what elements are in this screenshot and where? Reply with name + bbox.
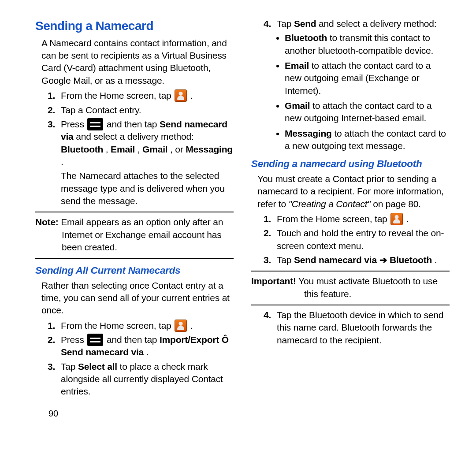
text: and select a delivery method:	[76, 131, 193, 141]
text: .	[146, 347, 149, 357]
step-text: Tap Select all to place a check mark alo…	[61, 361, 234, 398]
step-num: 2.	[264, 227, 271, 239]
text: , or	[170, 144, 186, 154]
step-text: Press and then tap Import/Export Ô Send …	[61, 334, 234, 359]
menu-icon	[87, 118, 103, 130]
menu-icon	[87, 334, 103, 346]
step-4: 4. Tap the Bluetooth device in which to …	[264, 309, 450, 346]
text: on page 80.	[373, 199, 421, 209]
important-text: You must activate Bluetooth to use this …	[296, 276, 438, 298]
step-text: Tap Send and select a delivery method:	[277, 18, 450, 30]
step-2: 2. Tap a Contact entry.	[48, 104, 234, 116]
text: Tap	[277, 255, 294, 265]
text-bold: Bluetooth	[285, 33, 327, 43]
contacts-icon	[175, 320, 187, 332]
step-text: Tap Send namecard via ➔ Bluetooth .	[277, 254, 450, 266]
text-bold: Messaging	[285, 128, 332, 138]
step-text: From the Home screen, tap .	[61, 89, 234, 102]
step-num: 1.	[48, 320, 55, 332]
step-num: 2.	[48, 334, 55, 346]
step-num: 1.	[264, 213, 271, 225]
text: Tap	[61, 361, 78, 372]
step-2: 2. Press and then tap Import/Export Ô Se…	[48, 334, 234, 359]
step-text: From the Home screen, tap .	[61, 320, 234, 332]
left-column: Sending a Namecard A Namecard contains c…	[35, 18, 234, 420]
text-bold: Email	[111, 144, 135, 154]
step-1: 1. From the Home screen, tap .	[48, 89, 234, 102]
note-label: Note:	[35, 217, 59, 227]
bullet-gmail: Gmail to attach the contact card to a ne…	[285, 100, 450, 125]
step-text: Press and then tap Send namecard via and…	[61, 118, 234, 168]
text: Tap	[277, 19, 294, 29]
steps-bluetooth-cont: 4. Tap the Bluetooth device in which to …	[264, 309, 450, 346]
text-bold: Send namecard via ➔ Bluetooth	[294, 255, 432, 265]
steps-bluetooth: 1. From the Home screen, tap . 2. Touch …	[264, 213, 450, 266]
bullet-email: Email to attach the contact card to a ne…	[285, 60, 450, 97]
steps-sending-namecard: 1. From the Home screen, tap . 2. Tap a …	[48, 89, 234, 207]
step-1: 1. From the Home screen, tap .	[264, 213, 450, 225]
divider	[35, 212, 234, 212]
text-ital: "Creating a Contact"	[289, 199, 371, 209]
step-text: Touch and hold the entry to reveal the o…	[277, 227, 450, 252]
step-text: Tap the Bluetooth device in which to sen…	[277, 309, 450, 346]
text: .	[61, 156, 63, 167]
step-num: 3.	[48, 118, 55, 130]
text: Press	[61, 119, 86, 129]
right-column: 4. Tap Send and select a delivery method…	[251, 18, 450, 420]
bullet-messaging: Messaging to attach the contact card to …	[285, 127, 450, 152]
step-2: 2. Touch and hold the entry to reveal th…	[264, 227, 450, 252]
text-bold: Select all	[78, 361, 117, 372]
step-num: 3.	[264, 254, 271, 266]
heading-bluetooth: Sending a namecard using Bluetooth	[251, 157, 450, 171]
step-num: 4.	[264, 309, 271, 321]
heading-sending-namecard: Sending a Namecard	[35, 18, 234, 34]
step-num: 1.	[48, 89, 55, 102]
heading-sending-all: Sending All Current Namecards	[35, 264, 234, 277]
text: From the Home screen, tap	[61, 90, 174, 100]
step-3: 3. Press and then tap Send namecard via …	[48, 118, 234, 207]
divider	[251, 305, 450, 305]
step-text: From the Home screen, tap .	[277, 213, 450, 225]
text-bold: Gmail	[142, 144, 167, 154]
text: From the Home screen, tap	[277, 214, 390, 224]
text: .	[190, 320, 193, 331]
step-1: 1. From the Home screen, tap .	[48, 320, 234, 332]
steps-sending-all-cont: 4. Tap Send and select a delivery method…	[264, 18, 450, 152]
text: .	[190, 90, 193, 100]
step-continuation: The Namecard attaches to the selected me…	[61, 170, 234, 207]
text: and then tap	[107, 119, 160, 129]
text-bold: Messaging	[186, 144, 233, 154]
step-3: 3. Tap Select all to place a check mark …	[48, 361, 234, 398]
text: and select a delivery method:	[319, 19, 436, 29]
text-bold: Send	[294, 19, 316, 29]
text: .	[406, 214, 409, 224]
manual-page: Sending a Namecard A Namecard contains c…	[0, 0, 476, 424]
contacts-icon	[175, 89, 187, 102]
note-text: Email appears as an option only after an…	[59, 217, 223, 252]
text: ,	[138, 144, 142, 154]
delivery-methods: Bluetooth to transmit this contact to an…	[285, 32, 450, 152]
text-bold: Email	[285, 60, 309, 71]
text: .	[435, 255, 437, 265]
note-email: Note: Email appears as an option only af…	[35, 216, 234, 253]
text: Press	[61, 335, 86, 345]
text: From the Home screen, tap	[61, 320, 174, 331]
important-bluetooth: Important! You must activate Bluetooth t…	[251, 275, 450, 300]
step-3: 3. Tap Send namecard via ➔ Bluetooth .	[264, 254, 450, 266]
important-label: Important!	[251, 276, 296, 286]
step-text: Tap a Contact entry.	[61, 104, 234, 116]
step-4: 4. Tap Send and select a delivery method…	[264, 18, 450, 152]
text: ,	[106, 144, 111, 154]
step-num: 4.	[264, 18, 271, 30]
text-bold: Bluetooth	[61, 144, 103, 154]
step-num: 3.	[48, 361, 55, 373]
intro-namecard: A Namecard contains contact information,…	[41, 37, 234, 87]
steps-sending-all: 1. From the Home screen, tap . 2. Press …	[48, 320, 234, 398]
divider	[35, 258, 234, 259]
text: and then tap	[107, 335, 160, 345]
divider	[251, 271, 450, 271]
bullet-bluetooth: Bluetooth to transmit this contact to an…	[285, 32, 450, 57]
text-bold: Gmail	[285, 100, 310, 111]
contacts-icon	[390, 213, 403, 225]
intro-bluetooth: You must create a Contact prior to sendi…	[257, 173, 450, 210]
